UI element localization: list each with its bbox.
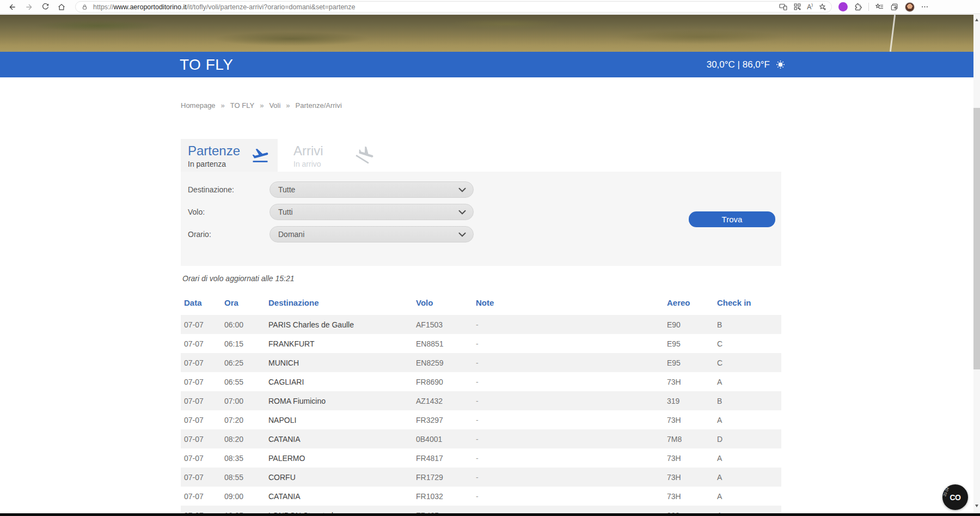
breadcrumb-item[interactable]: Voli [269,101,280,110]
tab-partenze[interactable]: Partenze In partenza [181,139,278,174]
hero-image [0,15,973,52]
table-cell: 07:00 [224,391,268,410]
table-cell: FR1032 [416,487,476,506]
send-to-devices-icon[interactable] [779,3,788,11]
table-cell: 319 [667,391,717,410]
table-cell: 07-07 [181,372,224,391]
column-header[interactable]: Note [476,295,667,315]
table-cell: FRANKFURT [268,334,416,353]
add-favorite-icon[interactable] [818,3,827,11]
table-cell: 08:55 [224,468,268,487]
tab-arrivi[interactable]: Arrivi In arrivo [286,139,382,174]
table-cell: - [476,315,667,334]
toolbar-separator [868,3,869,11]
breadcrumb-item[interactable]: Homepage [181,101,216,110]
table-cell: A [717,487,781,506]
breadcrumb-separator: » [221,101,225,110]
read-aloud-icon[interactable]: A) [807,3,813,11]
destination-label: Destinazione: [188,185,270,194]
find-button[interactable]: Trova [689,211,775,227]
profile-avatar[interactable] [905,2,915,12]
table-cell: FR8690 [416,372,476,391]
column-header[interactable]: Data [181,295,224,315]
chevron-down-icon [458,232,467,238]
refresh-button[interactable] [37,1,53,14]
table-row: 07-0708:20CATANIA0B4001-7M8D [181,429,781,448]
time-select[interactable]: Domani [270,226,474,242]
back-button[interactable] [4,1,21,14]
weather-widget: 30,0°C | 86,0°F [707,59,786,70]
collections-icon[interactable] [890,3,899,11]
table-cell: - [476,468,667,487]
destination-select[interactable]: Tutte [270,181,474,198]
address-bar[interactable]: https://www.aeroportoditorino.it/it/tofl… [75,1,832,13]
table-cell: 06:55 [224,372,268,391]
table-cell: 07-07 [181,334,224,353]
table-cell: 06:15 [224,334,268,353]
column-header[interactable]: Ora [224,295,268,315]
table-cell: C [717,334,781,353]
table-cell: D [717,429,781,448]
table-cell: 73H [667,468,717,487]
qr-code-icon[interactable] [793,3,801,11]
table-cell: 73H [667,487,717,506]
breadcrumb-item[interactable]: TO FLY [230,101,254,110]
table-cell: 06:00 [224,315,268,334]
chevron-down-icon [458,187,467,193]
table-cell: PARIS Charles de Gaulle [268,315,416,334]
destination-value: Tutte [278,185,458,194]
extension-purple-icon[interactable] [838,2,848,11]
flight-select[interactable]: Tutti [270,204,474,220]
time-value: Domani [278,230,458,239]
scrollbar-down-arrow[interactable] [973,502,980,509]
table-cell: CATANIA [268,487,416,506]
table-cell: 07-07 [181,448,224,468]
table-row: 07-0706:15FRANKFURTEN8851-E95C [181,334,781,353]
table-cell: AF1503 [416,315,476,334]
breadcrumb: Homepage»TO FLY»Voli»Partenze/Arrivi [181,101,344,110]
browser-window: { "browser": { "url": { "prefix": "https… [0,0,980,516]
table-cell: A [717,410,781,429]
table-cell: - [476,391,667,410]
table-row: 07-0706:00PARIS Charles de GaulleAF1503-… [181,315,781,334]
favorites-icon[interactable] [875,3,884,11]
scrollbar-up-arrow[interactable] [973,16,980,23]
extensions-puzzle-icon[interactable] [854,3,862,11]
breadcrumb-item: Partenze/Arrivi [296,101,342,110]
column-header[interactable]: Destinazione [268,295,416,315]
table-cell: - [476,448,667,468]
bottom-edge-bar [0,513,980,516]
breadcrumb-separator: » [260,101,264,110]
hero-pole [890,15,896,52]
scrollbar[interactable] [973,15,980,514]
update-notice: Orari di volo aggiornati alle 15:21 [182,274,294,283]
table-cell: MUNICH [268,353,416,372]
scrollbar-thumb[interactable] [973,108,980,369]
column-header[interactable]: Aereo [667,295,717,315]
table-cell: 0B4001 [416,429,476,448]
table-cell: - [476,487,667,506]
tab-arrivi-subtitle: In arrivo [293,160,323,168]
table-cell: - [476,372,667,391]
home-button[interactable] [53,1,70,14]
table-cell: 09:00 [224,487,268,506]
table-cell: B [717,315,781,334]
settings-menu-icon[interactable] [921,3,929,11]
flights-table: DataOraDestinazioneVoloNoteAereoCheck in… [181,295,781,516]
table-cell: 73H [667,448,717,468]
table-row: 07-0708:55CORFUFR1729-73HA [181,468,781,487]
table-row: 07-0707:00ROMA FiumicinoAZ1432-319B [181,391,781,410]
table-cell: NAPOLI [268,410,416,429]
table-cell: 7M8 [667,429,717,448]
table-cell: C [717,353,781,372]
table-cell: ROMA Fiumicino [268,391,416,410]
home-icon [57,3,66,11]
table-cell: CAGLIARI [268,372,416,391]
page-title: TO FLY [180,56,233,74]
column-header[interactable]: Check in [717,295,781,315]
screen-recorder-widget[interactable]: 20 04 CO [942,484,968,510]
column-header[interactable]: Volo [416,295,476,315]
time-label: Orario: [188,230,270,239]
forward-button[interactable] [21,1,37,14]
table-cell: 73H [667,372,717,391]
